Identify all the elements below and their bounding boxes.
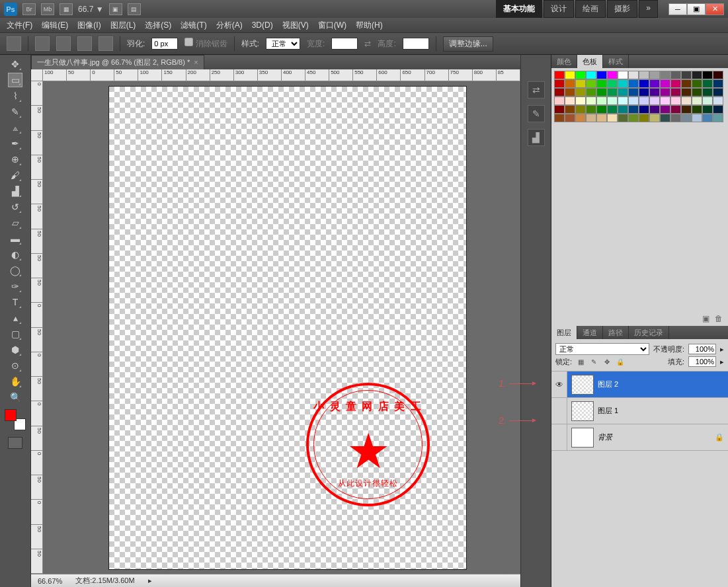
pen-tool[interactable]: ✑ bbox=[8, 279, 22, 294]
swatch[interactable] bbox=[649, 114, 660, 122]
crop-tool[interactable]: ⟁ bbox=[8, 120, 22, 135]
swatch[interactable] bbox=[670, 114, 681, 122]
document-tab[interactable]: 一生只做八件事.jpg @ 66.7% (图层 2, RGB/8) * × bbox=[31, 55, 204, 70]
brush-tool[interactable]: 🖌 bbox=[8, 168, 22, 182]
swatch[interactable] bbox=[713, 71, 723, 79]
add-selection-icon[interactable] bbox=[56, 36, 71, 51]
swatch[interactable] bbox=[607, 114, 618, 122]
swatch[interactable] bbox=[692, 88, 702, 97]
dock-icon-1[interactable]: ⇄ bbox=[528, 81, 545, 98]
tab-history[interactable]: 历史记录 bbox=[629, 326, 669, 339]
swatch[interactable] bbox=[565, 88, 575, 97]
workspace-tab-design[interactable]: 设计 bbox=[544, 0, 574, 18]
lock-transparent-icon[interactable]: ▦ bbox=[576, 357, 585, 366]
swatch[interactable] bbox=[586, 71, 596, 79]
swatch[interactable] bbox=[554, 88, 565, 97]
swatch[interactable] bbox=[575, 105, 586, 114]
swatch[interactable] bbox=[618, 88, 628, 97]
dock-icon-2[interactable]: ✎ bbox=[528, 105, 545, 122]
path-select-tool[interactable]: ▴ bbox=[8, 311, 22, 325]
arrange-icon[interactable]: ▣ bbox=[109, 3, 122, 15]
blend-mode-select[interactable]: 正常 bbox=[555, 343, 649, 355]
minibridge-icon[interactable]: Mb bbox=[41, 3, 54, 15]
opacity-input[interactable] bbox=[688, 344, 716, 354]
delete-swatch-icon[interactable]: 🗑 bbox=[715, 314, 723, 323]
swatch[interactable] bbox=[702, 88, 713, 97]
swatch[interactable] bbox=[660, 105, 670, 114]
shape-tool[interactable]: ▢ bbox=[8, 327, 22, 341]
swatch[interactable] bbox=[702, 79, 713, 88]
swatch[interactable] bbox=[607, 105, 618, 114]
new-swatch-icon[interactable]: ▣ bbox=[702, 314, 709, 323]
workspace-tab-painting[interactable]: 绘画 bbox=[575, 0, 606, 18]
visibility-toggle[interactable] bbox=[551, 398, 567, 424]
layer-thumbnail[interactable] bbox=[571, 401, 594, 421]
quick-select-tool[interactable]: ✎ bbox=[8, 104, 22, 119]
layer-name[interactable]: 图层 2 bbox=[598, 379, 715, 389]
swatch[interactable] bbox=[670, 105, 681, 114]
tab-color[interactable]: 颜色 bbox=[551, 55, 577, 68]
menu-3d[interactable]: 3D(D) bbox=[252, 20, 273, 30]
tab-paths[interactable]: 路径 bbox=[603, 326, 629, 339]
layer-row[interactable]: 背景🔒 bbox=[551, 424, 728, 451]
swatch[interactable] bbox=[565, 114, 575, 122]
swatch[interactable] bbox=[575, 88, 586, 97]
menu-view[interactable]: 视图(V) bbox=[282, 20, 309, 31]
swatch[interactable] bbox=[618, 114, 628, 122]
swatch[interactable] bbox=[649, 97, 660, 105]
swatch[interactable] bbox=[660, 71, 670, 79]
canvas[interactable]: 小 灵 童 网 店 美 工 ★ 从此设计很轻松 bbox=[109, 87, 466, 569]
marquee-tool[interactable]: ▭ bbox=[8, 73, 22, 87]
layer-row[interactable]: 图层 1 bbox=[551, 398, 728, 424]
tab-layers[interactable]: 图层 bbox=[551, 326, 577, 339]
menu-select[interactable]: 选择(S) bbox=[145, 20, 171, 31]
swatch[interactable] bbox=[628, 114, 639, 122]
layer-name[interactable]: 图层 1 bbox=[598, 406, 715, 416]
swatch[interactable] bbox=[660, 88, 670, 97]
refine-edge-button[interactable]: 调整边缘... bbox=[443, 36, 493, 52]
new-selection-icon[interactable] bbox=[35, 36, 50, 51]
swatch[interactable] bbox=[649, 88, 660, 97]
layer-row[interactable]: 👁图层 2 bbox=[551, 372, 728, 398]
swatch[interactable] bbox=[575, 79, 586, 88]
hand-tool[interactable]: ✋ bbox=[8, 374, 22, 389]
swatch[interactable] bbox=[596, 79, 607, 88]
swatch[interactable] bbox=[618, 105, 628, 114]
swatch[interactable] bbox=[692, 105, 702, 114]
menu-file[interactable]: 文件(F) bbox=[7, 20, 32, 31]
foreground-color[interactable] bbox=[5, 409, 17, 421]
eyedropper-tool[interactable]: ✒ bbox=[8, 136, 22, 151]
extras-icon[interactable]: ▤ bbox=[128, 3, 141, 15]
swatch[interactable] bbox=[554, 114, 565, 122]
tool-preset-icon[interactable] bbox=[7, 36, 21, 51]
intersect-selection-icon[interactable] bbox=[99, 36, 113, 51]
swatch[interactable] bbox=[607, 79, 618, 88]
swatch[interactable] bbox=[565, 97, 575, 105]
move-tool[interactable]: ✥ bbox=[8, 57, 22, 71]
tab-styles[interactable]: 样式 bbox=[603, 55, 629, 68]
swatch[interactable] bbox=[692, 97, 702, 105]
swatch[interactable] bbox=[702, 97, 713, 105]
layer-name[interactable]: 背景 bbox=[598, 432, 715, 442]
bridge-icon[interactable]: Br bbox=[22, 3, 36, 15]
swatch[interactable] bbox=[649, 105, 660, 114]
swatch[interactable] bbox=[596, 71, 607, 79]
swatch[interactable] bbox=[649, 71, 660, 79]
swatch[interactable] bbox=[639, 114, 649, 122]
swatch[interactable] bbox=[702, 71, 713, 79]
swatch[interactable] bbox=[692, 79, 702, 88]
menu-image[interactable]: 图像(I) bbox=[77, 20, 101, 31]
subtract-selection-icon[interactable] bbox=[77, 36, 92, 51]
screen-mode-icon[interactable]: ▦ bbox=[60, 3, 73, 15]
3d-tool[interactable]: ⬢ bbox=[8, 342, 22, 357]
menu-layer[interactable]: 图层(L) bbox=[110, 20, 136, 31]
swatch[interactable] bbox=[670, 79, 681, 88]
swatch[interactable] bbox=[586, 114, 596, 122]
zoom-selector[interactable]: 66.7 ▼ bbox=[78, 5, 104, 14]
close-button[interactable]: ✕ bbox=[706, 3, 724, 15]
swatch[interactable] bbox=[586, 97, 596, 105]
swatch[interactable] bbox=[565, 105, 575, 114]
workspace-tab-essentials[interactable]: 基本功能 bbox=[496, 0, 542, 18]
swatch[interactable] bbox=[554, 71, 565, 79]
swatch[interactable] bbox=[660, 79, 670, 88]
